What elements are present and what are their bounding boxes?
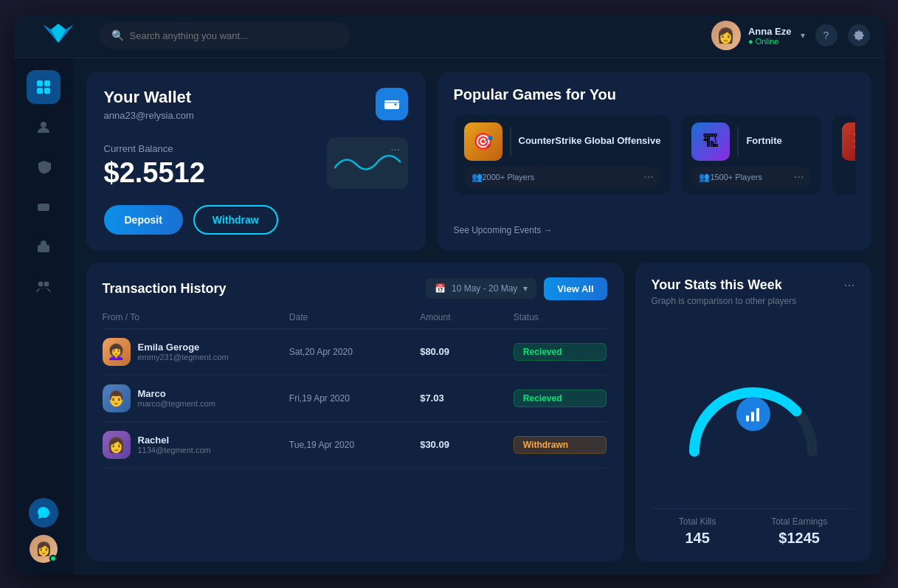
balance-section: Current Balance $2.5512 ··· [104, 137, 408, 189]
tx-header: Transaction History 📅 10 May - 20 May ▾ … [103, 277, 607, 300]
user-name-area: Anna Eze ● Online [748, 26, 792, 46]
date-range: 10 May - 20 May [452, 283, 517, 294]
status-badge-marco: Recieved [514, 390, 607, 407]
settings-button[interactable] [848, 24, 870, 46]
gauge-icon [736, 397, 770, 431]
game-item-csgo[interactable]: 🎯 CounterStrike Global Offensive 👥 2000+… [454, 115, 671, 195]
svg-rect-13 [756, 408, 759, 421]
avatar-rachel: 👩 [103, 431, 131, 459]
total-earnings-value: $1245 [771, 530, 827, 547]
table-row: 👨 Marco marco@tegment.com Fri,19 Apr 202… [103, 376, 607, 422]
svg-point-9 [38, 281, 43, 286]
svg-rect-3 [44, 88, 50, 94]
col-status: Status [514, 312, 607, 322]
more-options-fortnite[interactable]: ··· [794, 170, 804, 184]
game-item-warzone[interactable]: 💥 [832, 115, 854, 195]
total-earnings-label: Total Earnings [771, 516, 827, 527]
user-status: ● Online [748, 37, 792, 46]
stats-title-area: Your Stats this Week Graph is comparison… [652, 277, 797, 306]
sidebar-bottom: 👩 [29, 498, 58, 563]
main-area: 👩 Your Wallet anna23@relysia.com [14, 58, 885, 575]
top-row: Your Wallet anna23@relysia.com [86, 72, 871, 251]
withdraw-button[interactable]: Withdraw [193, 205, 278, 235]
total-kills-value: 145 [679, 530, 716, 547]
user-email-emila: emmy231@tegment.com [138, 353, 229, 362]
balance-amount: $2.5512 [104, 157, 205, 189]
sidebar-item-friends[interactable] [27, 269, 61, 303]
date-picker[interactable]: 📅 10 May - 20 May ▾ [426, 278, 536, 299]
total-kills-label: Total Kills [679, 516, 716, 527]
deposit-button[interactable]: Deposit [104, 205, 183, 235]
stats-more-button[interactable]: ··· [843, 277, 854, 293]
more-options-csgo[interactable]: ··· [643, 170, 653, 184]
balance-chart: ··· [327, 137, 408, 189]
gauge-area [652, 306, 855, 508]
games-footer: See Upcoming Events → [454, 214, 855, 236]
game-thumbnail-fortnite: 🏗 [691, 122, 730, 161]
user-details-marco: Marco marco@tegment.com [138, 388, 215, 408]
game-thumbnail-csgo: 🎯 [464, 122, 502, 161]
help-button[interactable]: ? [815, 24, 837, 46]
wallet-icon-button[interactable] [376, 88, 408, 120]
stats-card: Your Stats this Week Graph is comparison… [635, 263, 871, 561]
content-area: Your Wallet anna23@relysia.com [73, 58, 885, 575]
sidebar-item-security[interactable] [27, 150, 61, 184]
logo-icon [41, 22, 76, 49]
wallet-info: Your Wallet anna23@relysia.com [104, 88, 194, 121]
chevron-icon: ▾ [523, 283, 528, 294]
players-count-fortnite: 1500+ Players [710, 173, 762, 181]
tx-user-marco: 👨 Marco marco@tegment.com [103, 384, 289, 412]
game-item-top: 🏗 Fortnite [691, 122, 811, 161]
col-amount: Amount [420, 312, 514, 322]
tx-rows: 👩‍🦱 Emila Geroge emmy231@tegment.com Sat… [103, 329, 607, 547]
games-card: Popular Games for You 🎯 CounterStrike Gl… [438, 72, 871, 251]
search-input[interactable] [130, 30, 339, 41]
sidebar-item-inventory[interactable] [27, 229, 61, 263]
total-kills-stat: Total Kills 145 [679, 516, 716, 547]
svg-rect-1 [44, 80, 50, 86]
sidebar-item-games[interactable] [27, 190, 61, 224]
game-footer-fortnite: 👥 1500+ Players ··· [691, 167, 811, 187]
table-row: 👩 Rachel 1134@tegment.com Tue,19 Apr 202… [103, 422, 607, 468]
svg-rect-8 [38, 245, 49, 252]
wallet-card: Your Wallet anna23@relysia.com [86, 72, 426, 251]
chat-button[interactable] [29, 498, 58, 528]
tx-date-rachel: Tue,19 Apr 2020 [289, 440, 420, 450]
players-icon: 👥 [472, 172, 483, 182]
stats-footer: Total Kills 145 Total Earnings $1245 [652, 508, 855, 547]
tx-date-emila: Sat,20 Apr 2020 [289, 347, 420, 357]
game-item-top: 🎯 CounterStrike Global Offensive [464, 122, 661, 161]
svg-rect-12 [751, 412, 754, 421]
tx-date-marco: Fri,19 Apr 2020 [289, 393, 420, 404]
status-badge-rachel: Withdrawn [514, 436, 607, 454]
user-info: 👩 Anna Eze ● Online ▾ [711, 21, 805, 50]
game-item-fortnite[interactable]: 🏗 Fortnite 👥 1500+ Players ··· [681, 115, 821, 195]
svg-rect-11 [746, 415, 749, 421]
svg-rect-2 [37, 88, 43, 94]
svg-point-4 [41, 122, 46, 128]
table-row: 👩‍🦱 Emila Geroge emmy231@tegment.com Sat… [103, 329, 607, 376]
avatar-emila: 👩‍🦱 [103, 338, 131, 366]
chevron-down-icon: ▾ [801, 30, 805, 41]
avatar-marco: 👨 [103, 384, 131, 412]
wallet-email: anna23@relysia.com [104, 110, 194, 121]
topbar: 🔍 👩 Anna Eze ● Online ▾ ? [14, 14, 885, 58]
sidebar-item-profile[interactable] [27, 110, 61, 144]
calendar-icon: 📅 [435, 283, 446, 294]
user-details-emila: Emila Geroge emmy231@tegment.com [138, 342, 229, 362]
tx-user-emila: 👩‍🦱 Emila Geroge emmy231@tegment.com [103, 338, 289, 366]
see-events-link[interactable]: See Upcoming Events → [454, 225, 553, 235]
sidebar-user-avatar[interactable]: 👩 [30, 535, 58, 563]
user-details-rachel: Rachel 1134@tegment.com [138, 435, 211, 454]
stats-title: Your Stats this Week [652, 277, 797, 293]
stats-header: Your Stats this Week Graph is comparison… [652, 277, 855, 306]
game-thumbnail-warzone: 💥 [842, 122, 854, 161]
search-bar[interactable]: 🔍 [100, 22, 350, 49]
divider [510, 127, 511, 156]
game-footer-csgo: 👥 2000+ Players ··· [464, 167, 661, 187]
app-frame: 🔍 👩 Anna Eze ● Online ▾ ? [14, 14, 885, 575]
game-name-fortnite: Fortnite [746, 135, 781, 148]
sidebar-item-dashboard[interactable] [27, 70, 61, 104]
view-all-button[interactable]: View All [544, 277, 607, 300]
col-from-to: From / To [103, 312, 289, 322]
